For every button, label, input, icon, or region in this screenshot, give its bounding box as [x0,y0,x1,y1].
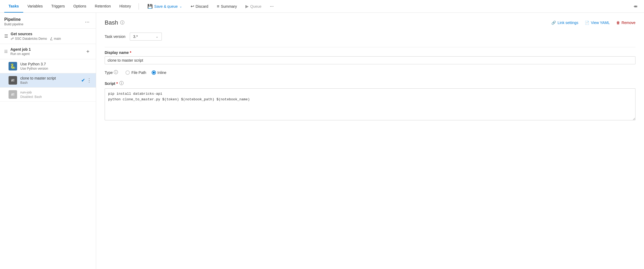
chevron-down-icon: ⌄ [179,5,182,8]
discard-button[interactable]: ↩ Discard [187,2,211,10]
type-radio-group: File Path Inline [125,70,166,75]
run-job-content: run job Disabled: Bash [20,90,92,99]
agent-job-subtitle: Run on agent [10,52,31,56]
display-name-label: Display name * [105,50,635,55]
task-item-use-python[interactable]: 🐍 Use Python 3.7 Use Python version [0,59,96,73]
type-info-icon[interactable]: ⓘ [114,70,118,75]
bash-header: Bash ⓘ 🔗 Link settings 📄 View YAML 🗑 Rem… [105,19,635,26]
use-python-subtitle: Use Python version [20,67,92,70]
repo-icon: ☍ [11,37,14,41]
pipeline-menu-button[interactable]: ··· [83,18,92,26]
nav-tab-variables[interactable]: Variables [23,0,47,13]
get-sources-icon: ☰ [4,34,8,39]
inline-radio-circle [152,70,156,75]
task-version-label: Task version [105,34,125,39]
nav-tab-history[interactable]: History [115,0,135,13]
form-divider-1 [105,47,635,47]
use-python-title: Use Python 3.7 [20,62,92,66]
script-required: * [116,81,118,86]
save-queue-label: Save & queue [154,4,178,9]
save-icon: 💾 [147,4,153,9]
repo-name: SSC Databricks Demo [15,37,47,41]
view-yaml-button[interactable]: 📄 View YAML [585,21,610,25]
remove-icon: 🗑 [616,21,620,25]
nav-tab-retention[interactable]: Retention [91,0,115,13]
task-check-icon: ✔ [81,77,85,83]
inline-label: Inline [158,70,166,75]
script-row: Script * ⓘ [105,81,635,121]
add-task-button[interactable]: + [84,48,92,55]
top-nav: TasksVariablesTriggersOptionsRetentionHi… [0,0,644,13]
task-item-clone-master[interactable]: #! clone to master script Bash ✔ ⋮ [0,73,96,88]
link-settings-icon: 🔗 [551,21,556,25]
right-panel: Bash ⓘ 🔗 Link settings 📄 View YAML 🗑 Rem… [96,13,644,269]
script-input[interactable] [105,88,635,120]
branch-meta: ⎳ main [50,37,61,41]
use-python-content: Use Python 3.7 Use Python version [20,62,92,70]
agent-job-content: Agent job 1 Run on agent [10,47,31,56]
summary-icon: ≡ [217,4,219,9]
version-chevron-icon: ⌄ [156,35,158,38]
view-yaml-label: View YAML [591,21,610,25]
display-name-row: Display name * [105,50,635,64]
clone-master-title: clone to master script [20,76,78,80]
branch-name: main [54,37,61,41]
nav-tab-options[interactable]: Options [69,0,91,13]
type-label: Type ⓘ [105,70,118,75]
pipeline-title-group: Pipeline Build pipeline [4,17,23,26]
display-name-input[interactable] [105,56,635,64]
link-settings-label: Link settings [557,21,578,25]
filepath-radio-circle [125,70,130,75]
bash-actions: 🔗 Link settings 📄 View YAML 🗑 Remove [551,21,635,25]
expand-button[interactable]: ⤂ [631,2,640,10]
python-task-icon: 🐍 [9,62,17,70]
agent-job-icon: ☷ [4,49,8,54]
clone-master-subtitle: Bash [20,81,78,85]
queue-button[interactable]: ▶ Queue [242,2,265,10]
task-version-select[interactable]: 3.* ⌄ [130,33,162,41]
nav-actions: 💾 Save & queue ⌄ ↩ Discard ≡ Summary ▶ Q… [144,2,277,10]
discard-icon: ↩ [191,4,194,9]
link-settings-button[interactable]: 🔗 Link settings [551,21,578,25]
inline-radio[interactable]: Inline [152,70,166,75]
bash-info-icon[interactable]: ⓘ [120,20,124,26]
type-row: Type ⓘ File Path Inline [105,70,635,75]
filepath-radio[interactable]: File Path [125,70,146,75]
view-yaml-icon: 📄 [585,21,589,25]
run-job-subtitle: Disabled: Bash [20,95,92,99]
run-job-title: run job [20,90,92,94]
get-sources-title: Get sources [11,32,61,36]
more-icon: ⋯ [270,4,274,9]
queue-icon: ▶ [245,4,249,9]
main-layout: Pipeline Build pipeline ··· ☰ Get source… [0,13,644,269]
save-queue-button[interactable]: 💾 Save & queue ⌄ [144,2,185,10]
nav-divider [139,3,139,10]
repo-meta: ☍ SSC Databricks Demo [11,37,47,41]
clone-master-content: clone to master script Bash [20,76,78,85]
filepath-label: File Path [131,70,146,75]
bash-title: Bash [105,19,118,26]
pipeline-subtitle: Build pipeline [4,22,23,26]
summary-label: Summary [221,4,237,9]
task-version-row: Task version 3.* ⌄ [105,33,635,41]
remove-button[interactable]: 🗑 Remove [616,21,635,25]
bash-title-group: Bash ⓘ [105,19,124,26]
nav-tab-tasks[interactable]: Tasks [4,0,23,13]
pipeline-header: Pipeline Build pipeline ··· [0,13,96,29]
get-sources-content: Get sources ☍ SSC Databricks Demo ⎳ main [11,32,61,41]
summary-button[interactable]: ≡ Summary [214,2,240,10]
agent-job-left: ☷ Agent job 1 Run on agent [4,47,31,56]
script-info-icon[interactable]: ⓘ [119,81,124,86]
agent-job-row: ☷ Agent job 1 Run on agent + [0,44,96,59]
get-sources-row[interactable]: ☰ Get sources ☍ SSC Databricks Demo ⎳ ma… [0,29,96,44]
nav-tab-triggers[interactable]: Triggers [47,0,69,13]
get-sources-meta: ☍ SSC Databricks Demo ⎳ main [11,37,61,41]
task-actions: ✔ ⋮ [81,77,92,83]
agent-job-title: Agent job 1 [10,47,31,52]
task-menu-button[interactable]: ⋮ [87,77,92,83]
branch-icon: ⎳ [50,37,53,41]
discard-label: Discard [196,4,208,9]
task-item-run-job[interactable]: #! run job Disabled: Bash [0,88,96,102]
more-options-button[interactable]: ⋯ [267,3,277,10]
run-job-icon: #! [9,90,17,99]
